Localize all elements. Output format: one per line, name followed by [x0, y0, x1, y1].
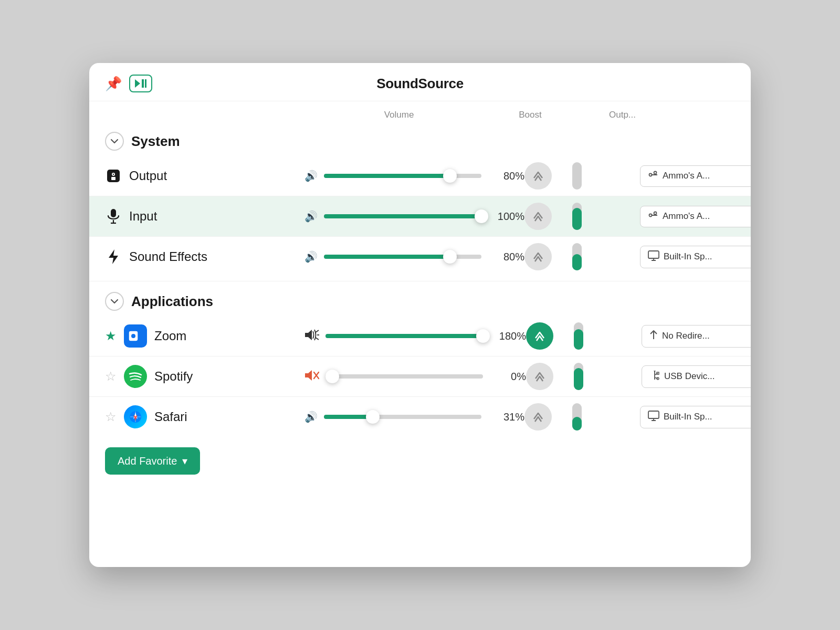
- spotify-slider[interactable]: [326, 374, 483, 379]
- usb-icon: [649, 370, 660, 383]
- input-slider[interactable]: [324, 214, 481, 218]
- zoom-label: ★ Zoom: [105, 324, 304, 348]
- monitor-icon: [648, 250, 659, 264]
- sound-effects-boost-col: [524, 243, 598, 270]
- output-device-label: Ammo's A...: [663, 171, 710, 181]
- zoom-app-icon: [124, 324, 147, 348]
- svg-marker-24: [305, 330, 312, 340]
- input-boost-col: [524, 203, 598, 230]
- safari-vol-icon: 🔊: [304, 411, 318, 423]
- col-header-volume: Volume: [304, 110, 494, 120]
- app-title: SoundSource: [376, 76, 464, 92]
- sound-effects-device-btn[interactable]: Built-In Sp...: [640, 246, 751, 268]
- svg-point-23: [131, 334, 135, 338]
- apps-section-header: Applications: [89, 281, 751, 316]
- output-boost-col: [524, 162, 598, 190]
- zoom-star[interactable]: ★: [105, 329, 117, 343]
- output-name: Output: [129, 169, 167, 183]
- svg-line-25: [316, 330, 319, 332]
- output-slider[interactable]: [324, 174, 481, 178]
- spotify-star[interactable]: ☆: [105, 369, 117, 384]
- output-row: Output 🔊 80% Ammo's A..: [89, 156, 751, 196]
- sound-effects-boost-btn[interactable]: [524, 243, 552, 270]
- svg-point-15: [654, 212, 657, 214]
- svg-point-14: [649, 214, 652, 216]
- media-controls-icon[interactable]: [129, 75, 152, 92]
- input-boost-slider: [572, 203, 582, 230]
- zoom-volume-group: 180%: [304, 329, 526, 343]
- svg-rect-6: [111, 177, 116, 180]
- apps-section-title: Applications: [131, 293, 213, 310]
- tuner-icon: [648, 170, 658, 182]
- spotify-boost-btn[interactable]: [526, 363, 553, 390]
- mic-icon: [105, 208, 122, 224]
- safari-device-btn[interactable]: Built-In Sp...: [640, 406, 751, 428]
- zoom-vol-icon: [304, 329, 319, 343]
- svg-point-8: [649, 173, 652, 176]
- output-label: Output: [105, 169, 304, 183]
- speaker-icon: [105, 169, 122, 183]
- input-volume-group: 🔊 100%: [304, 210, 524, 223]
- zoom-name: Zoom: [154, 329, 186, 343]
- output-device-btn[interactable]: Ammo's A...: [640, 165, 751, 187]
- output-volume-pct: 80%: [488, 170, 524, 182]
- sound-effects-device-label: Built-In Sp...: [664, 251, 712, 262]
- input-device-btn[interactable]: Ammo's A...: [640, 206, 751, 227]
- zoom-volume-pct: 180%: [489, 330, 526, 342]
- zoom-device-btn[interactable]: No Redire...: [642, 325, 751, 348]
- svg-marker-29: [305, 370, 312, 381]
- sound-effects-volume-pct: 80%: [488, 251, 524, 263]
- safari-boost-slider: [572, 403, 582, 430]
- zoom-boost-btn[interactable]: [526, 322, 553, 350]
- system-collapse-btn[interactable]: [105, 132, 124, 151]
- svg-rect-2: [145, 79, 146, 88]
- spotify-label: ☆ Spotify: [105, 365, 304, 388]
- safari-monitor-icon: [648, 411, 659, 424]
- add-favorite-label: Add Favorite: [118, 455, 177, 467]
- svg-marker-22: [138, 332, 142, 340]
- add-favorite-chevron: ▾: [182, 455, 187, 467]
- spotify-device-btn[interactable]: USB Devic...: [642, 365, 751, 388]
- titlebar: 📌 SoundSource: [89, 63, 751, 101]
- spotify-device-label: USB Devic...: [664, 371, 715, 382]
- sound-effects-label: Sound Effects: [105, 249, 304, 265]
- safari-label: ☆ Safari: [105, 405, 304, 428]
- zoom-boost-col: [526, 322, 600, 350]
- svg-marker-37: [654, 371, 656, 372]
- bolt-icon: [105, 249, 122, 265]
- svg-rect-1: [142, 79, 144, 88]
- app-window: 📌 SoundSource Volume Boost Outp... Syste…: [89, 63, 751, 567]
- pin-icon[interactable]: 📌: [105, 76, 122, 92]
- apps-collapse-btn[interactable]: [105, 292, 124, 311]
- svg-point-5: [113, 174, 114, 175]
- input-device-label: Ammo's A...: [663, 211, 710, 222]
- spotify-boost-col: [526, 363, 600, 390]
- spotify-boost-slider: [574, 363, 583, 390]
- svg-marker-16: [109, 249, 118, 264]
- safari-slider[interactable]: [324, 415, 481, 419]
- svg-rect-17: [648, 251, 659, 258]
- zoom-boost-slider: [574, 322, 583, 350]
- safari-row: ☆ Safari 🔊 31%: [89, 397, 751, 437]
- sound-effects-name: Sound Effects: [129, 249, 207, 264]
- svg-rect-43: [648, 411, 659, 418]
- col-header-output: Outp...: [609, 110, 735, 120]
- spotify-volume-pct: 0%: [489, 371, 526, 383]
- safari-star[interactable]: ☆: [105, 410, 117, 424]
- col-header-boost: Boost: [494, 110, 567, 120]
- input-volume-pct: 100%: [488, 211, 524, 223]
- safari-boost-col: [524, 403, 598, 430]
- safari-boost-btn[interactable]: [524, 403, 552, 430]
- sound-effects-volume-group: 🔊 80%: [304, 250, 524, 263]
- sound-effects-slider[interactable]: [324, 255, 481, 259]
- add-favorite-button[interactable]: Add Favorite ▾: [105, 447, 200, 475]
- column-headers: Volume Boost Outp...: [89, 101, 751, 120]
- spotify-app-icon: [124, 365, 147, 388]
- safari-device-label: Built-In Sp...: [664, 412, 712, 422]
- input-boost-btn[interactable]: [524, 203, 552, 230]
- zoom-slider[interactable]: [326, 334, 483, 338]
- svg-marker-0: [135, 79, 140, 88]
- output-boost-btn[interactable]: [524, 162, 552, 190]
- system-section-header: System: [89, 122, 751, 156]
- system-section-title: System: [131, 133, 180, 150]
